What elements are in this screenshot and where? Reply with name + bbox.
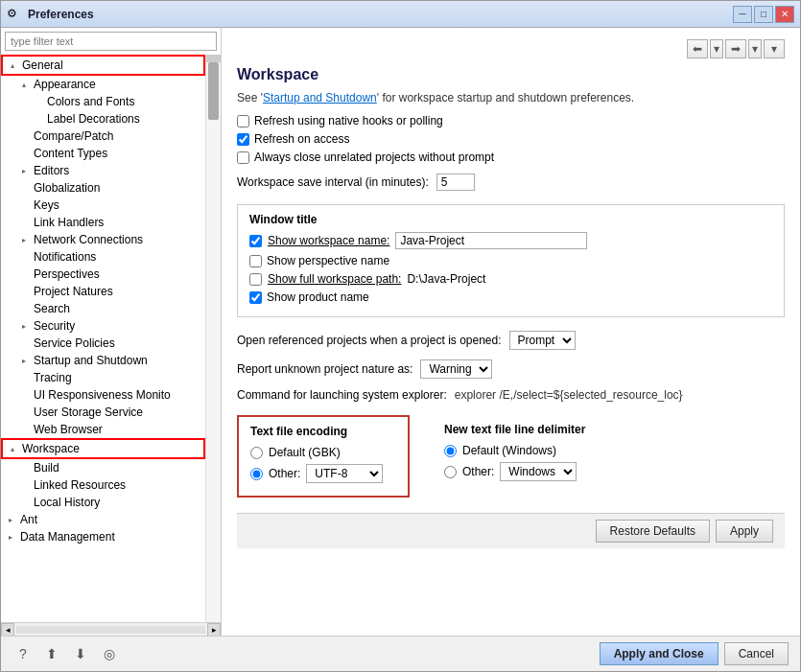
tree-item-network[interactable]: ▸ Network Connections (1, 231, 205, 248)
tree-item-search[interactable]: Search (1, 300, 205, 317)
command-label: Command for launching system explorer: (237, 388, 447, 402)
radio-delimiter-other[interactable] (444, 466, 457, 478)
tree-item-data-mgmt[interactable]: ▸ Data Management (1, 528, 205, 545)
open-referenced-row: Open referenced projects when a project … (237, 331, 785, 350)
maximize-button[interactable]: □ (754, 6, 773, 23)
restore-defaults-button[interactable]: Restore Defaults (596, 520, 710, 543)
tree-item-web-browser[interactable]: Web Browser (1, 421, 205, 438)
tree-item-link-handlers[interactable]: Link Handlers (1, 214, 205, 231)
arrow-proj (22, 288, 34, 296)
bottom-bar: Restore Defaults Apply (237, 513, 785, 548)
tree-item-security[interactable]: ▸ Security (1, 317, 205, 335)
apply-button[interactable]: Apply (716, 520, 773, 543)
encoding-other-label: Other: (269, 467, 300, 480)
tree-item-colors-fonts[interactable]: Colors and Fonts (1, 93, 205, 110)
title-bar: ⚙ Preferences ─ □ ✕ (1, 1, 800, 28)
cb-show-workspace-name[interactable] (249, 235, 262, 247)
label-ui-resp: UI Responsiveness Monito (34, 388, 171, 402)
wt-show-workspace-name-row: Show workspace name: (249, 232, 772, 249)
tree-item-build[interactable]: Build (1, 459, 205, 476)
arrow-ui (22, 391, 34, 400)
arrow-startup: ▸ (22, 357, 34, 365)
cb-native-hooks[interactable] (237, 115, 249, 127)
settings-icon[interactable]: ◎ (99, 643, 120, 664)
delimiter-other-label: Other: (462, 465, 494, 478)
startup-shutdown-link[interactable]: Startup and Shutdown (263, 91, 377, 104)
close-button[interactable]: ✕ (775, 6, 794, 23)
arrow-svc (22, 339, 34, 348)
help-icon[interactable]: ? (12, 643, 34, 664)
label-user-storage: User Storage Service (34, 406, 143, 419)
tree-item-service-policies[interactable]: Service Policies (1, 335, 205, 352)
tree-item-workspace[interactable]: ▴ Workspace (1, 438, 205, 459)
more-button[interactable]: ▾ (764, 39, 785, 58)
radio-delimiter-default[interactable] (444, 445, 457, 457)
tree-item-ant[interactable]: ▸ Ant (1, 511, 205, 528)
label-network: Network Connections (34, 233, 143, 246)
tree-item-editors[interactable]: ▸ Editors (1, 162, 205, 179)
tree-item-keys[interactable]: Keys (1, 197, 205, 214)
tree-item-general[interactable]: ▴ General (1, 55, 205, 76)
cb-refresh-access[interactable] (237, 133, 249, 146)
minimize-button[interactable]: ─ (733, 6, 752, 23)
window-title: Preferences (28, 8, 94, 21)
right-panel: ⬅ ▾ ➡ ▾ ▾ Workspace See 'Startup and Shu… (222, 28, 800, 636)
tree-item-user-storage[interactable]: User Storage Service (1, 404, 205, 421)
interval-input[interactable] (436, 174, 475, 191)
tree-item-perspectives[interactable]: Perspectives (1, 266, 205, 283)
export-icon[interactable]: ⬇ (70, 643, 91, 664)
encoding-other-select[interactable]: UTF-8 GBK ISO-8859-1 (306, 464, 383, 483)
label-data-mgmt: Data Management (20, 530, 115, 544)
label-project-natures: Project Natures (34, 285, 113, 298)
back-dropdown[interactable]: ▾ (710, 39, 723, 58)
cb-show-full-path[interactable] (249, 273, 262, 286)
scroll-right-btn[interactable]: ▸ (207, 623, 221, 637)
tree-item-label-decorations[interactable]: Label Decorations (1, 110, 205, 127)
full-path-value: D:\Java-Project (407, 272, 485, 286)
tree-scrollbar[interactable] (205, 55, 221, 622)
tree-item-ui-resp[interactable]: UI Responsiveness Monito (1, 386, 205, 404)
delimiter-default-label: Default (Windows) (462, 444, 556, 457)
tree-item-project-natures[interactable]: Project Natures (1, 283, 205, 300)
label-content-types: Content Types (34, 147, 107, 160)
radio-encoding-default[interactable] (250, 447, 263, 459)
back-button[interactable]: ⬅ (687, 39, 708, 58)
cb-show-perspective[interactable] (249, 255, 262, 267)
report-unknown-dropdown[interactable]: Warning Error Ignore (420, 359, 492, 379)
import-icon[interactable]: ⬆ (41, 643, 62, 664)
tree-item-content-types[interactable]: Content Types (1, 145, 205, 162)
label-compare-patch: Compare/Patch (34, 129, 113, 143)
tree-item-local-history[interactable]: Local History (1, 494, 205, 511)
tree-item-compare-patch[interactable]: Compare/Patch (1, 127, 205, 145)
tree-item-startup[interactable]: ▸ Startup and Shutdown (1, 352, 205, 369)
window-title-section-heading: Window title (249, 213, 772, 226)
delimiter-default-row: Default (Windows) (444, 444, 613, 457)
tree-item-globalization[interactable]: Globalization (1, 179, 205, 197)
workspace-name-input[interactable] (395, 232, 587, 249)
label-workspace: Workspace (22, 442, 80, 455)
scroll-left-btn[interactable]: ◂ (1, 623, 14, 637)
forward-dropdown[interactable]: ▾ (748, 39, 762, 58)
tree-item-notifications[interactable]: Notifications (1, 248, 205, 266)
footer-icons: ? ⬆ ⬇ ◎ (12, 643, 120, 664)
forward-button[interactable]: ➡ (725, 39, 746, 58)
filter-input[interactable] (5, 32, 217, 51)
cb-close-unrelated[interactable] (237, 151, 249, 164)
tree-item-appearance[interactable]: ▴ Appearance (1, 76, 205, 93)
arrow-data: ▸ (9, 533, 20, 542)
open-referenced-dropdown[interactable]: Prompt Always Never (509, 331, 576, 350)
open-referenced-label: Open referenced projects when a project … (237, 334, 502, 347)
horizontal-scrollbar[interactable]: ◂ ▸ (1, 622, 221, 636)
label-security: Security (34, 319, 75, 333)
cb-show-product[interactable] (249, 291, 262, 304)
label-perspectives: Perspectives (34, 267, 100, 281)
radio-encoding-other[interactable] (250, 468, 263, 480)
tree-item-tracing[interactable]: Tracing (1, 369, 205, 386)
encoding-section: Text file encoding Default (GBK) Other: … (237, 415, 785, 498)
cancel-button[interactable]: Cancel (724, 642, 789, 665)
label-general: General (22, 58, 63, 72)
delimiter-other-select[interactable]: Windows Unix Mac OS X (500, 462, 577, 481)
tree-item-linked-resources[interactable]: Linked Resources (1, 476, 205, 494)
apply-close-button[interactable]: Apply and Close (600, 642, 719, 665)
checkbox-refresh-access: Refresh on access (237, 132, 785, 146)
